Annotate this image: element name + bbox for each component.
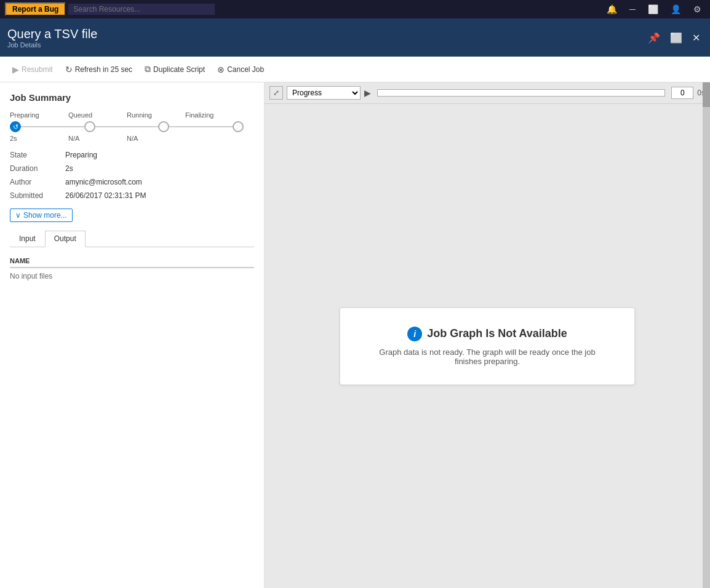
column-name: NAME bbox=[10, 255, 254, 268]
stage-dot-preparing: ↺ bbox=[10, 121, 21, 132]
stage-times: 2s N/A N/A bbox=[10, 135, 244, 142]
author-value: amynic@microsoft.com bbox=[65, 178, 254, 186]
panel-controls: 📌 ⬜ ✕ bbox=[645, 30, 703, 46]
left-panel: Job Summary Preparing Queued Running Fin… bbox=[0, 82, 265, 588]
stage-time-running: N/A bbox=[127, 135, 185, 142]
right-scrollbar[interactable] bbox=[703, 82, 710, 588]
stage-label-queued: Queued bbox=[68, 111, 127, 119]
notifications-icon[interactable]: 🔔 bbox=[603, 3, 621, 15]
stage-line-1 bbox=[21, 126, 84, 127]
graph-toolbar: ⤢ Progress Data Read Data Written ▶ 0 0s bbox=[265, 82, 710, 104]
graph-unavailable-title: i Job Graph Is Not Available bbox=[365, 327, 610, 341]
cancel-icon: ⊗ bbox=[217, 65, 225, 74]
state-value: Preparing bbox=[65, 151, 254, 159]
panel-title-area: Query a TSV file Job Details bbox=[7, 27, 97, 49]
state-key: State bbox=[10, 151, 65, 159]
resubmit-button[interactable]: ▶ Resubmit bbox=[7, 62, 58, 77]
duplicate-icon: ⧉ bbox=[145, 64, 151, 74]
stage-labels: Preparing Queued Running Finalizing bbox=[10, 111, 244, 119]
tab-output[interactable]: Output bbox=[45, 231, 86, 247]
report-bug-button[interactable]: Report a Bug bbox=[5, 2, 66, 16]
stage-label-running: Running bbox=[127, 111, 185, 119]
tab-input[interactable]: Input bbox=[10, 231, 45, 247]
stage-time-queued: N/A bbox=[68, 135, 127, 142]
stage-time-preparing: 2s bbox=[10, 135, 68, 142]
stage-label-preparing: Preparing bbox=[10, 111, 68, 119]
main-content: Job Summary Preparing Queued Running Fin… bbox=[0, 82, 710, 588]
refresh-icon: ↻ bbox=[65, 65, 73, 74]
progress-select[interactable]: Progress Data Read Data Written bbox=[287, 86, 361, 100]
graph-progress-bar bbox=[377, 89, 665, 97]
scrollbar-thumb[interactable] bbox=[703, 82, 710, 107]
restore-button[interactable]: ⬜ bbox=[668, 30, 685, 46]
progress-number: 0 bbox=[671, 87, 693, 99]
close-button[interactable]: ✕ bbox=[690, 30, 703, 46]
tabs: Input Output bbox=[10, 231, 254, 247]
graph-unavailable-card: i Job Graph Is Not Available Graph data … bbox=[340, 308, 635, 385]
no-files-cell: No input files bbox=[10, 268, 254, 284]
stage-line-3 bbox=[169, 126, 233, 127]
stage-line-2 bbox=[95, 126, 159, 127]
play-graph-button[interactable]: ▶ bbox=[364, 88, 371, 98]
stage-dot-finalizing bbox=[233, 121, 244, 132]
duration-key: Duration bbox=[10, 164, 65, 173]
panel-header: Query a TSV file Job Details 📌 ⬜ ✕ bbox=[0, 18, 710, 57]
stages-visual: ↺ bbox=[10, 121, 244, 132]
toolbar: ▶ Resubmit ↻ Refresh in 25 sec ⧉ Duplica… bbox=[0, 57, 710, 82]
cancel-job-button[interactable]: ⊗ Cancel Job bbox=[212, 62, 269, 77]
play-icon: ▶ bbox=[12, 65, 19, 74]
meta-grid: State Preparing Duration 2s Author amyni… bbox=[10, 151, 254, 200]
stage-dot-queued bbox=[84, 121, 95, 132]
minimize-icon[interactable]: ─ bbox=[626, 3, 639, 15]
stage-label-finalizing: Finalizing bbox=[185, 111, 244, 119]
duration-value: 2s bbox=[65, 164, 254, 173]
info-icon: i bbox=[407, 327, 422, 341]
right-panel: ⤢ Progress Data Read Data Written ▶ 0 0s… bbox=[265, 82, 710, 588]
author-key: Author bbox=[10, 178, 65, 186]
graph-unavailable-desc: Graph data is not ready. The graph will … bbox=[365, 348, 610, 366]
show-more-button[interactable]: ∨ Show more... bbox=[10, 209, 73, 222]
refresh-button[interactable]: ↻ Refresh in 25 sec bbox=[60, 62, 137, 77]
files-table: NAME No input files bbox=[10, 255, 254, 284]
account-icon[interactable]: 👤 bbox=[667, 3, 685, 15]
expand-graph-button[interactable]: ⤢ bbox=[269, 86, 283, 100]
submitted-key: Submitted bbox=[10, 191, 65, 200]
submitted-value: 26/06/2017 02:31:31 PM bbox=[65, 191, 254, 200]
expand-icon[interactable]: ⬜ bbox=[644, 3, 662, 15]
nav-icons: 🔔 ─ ⬜ 👤 ⚙ bbox=[603, 3, 705, 15]
panel-title: Query a TSV file bbox=[7, 27, 97, 41]
top-nav: Report a Bug 🔔 ─ ⬜ 👤 ⚙ bbox=[0, 0, 710, 18]
graph-area: i Job Graph Is Not Available Graph data … bbox=[265, 104, 710, 588]
search-input[interactable] bbox=[68, 4, 215, 15]
settings-icon[interactable]: ⚙ bbox=[690, 3, 705, 15]
stage-time-finalizing bbox=[185, 135, 244, 142]
pin-button[interactable]: 📌 bbox=[645, 30, 663, 46]
stage-dot-running bbox=[158, 121, 169, 132]
panel-subtitle: Job Details bbox=[7, 41, 97, 49]
job-summary-title: Job Summary bbox=[10, 92, 254, 103]
chevron-down-icon: ∨ bbox=[15, 211, 21, 220]
duplicate-script-button[interactable]: ⧉ Duplicate Script bbox=[140, 62, 210, 77]
table-row: No input files bbox=[10, 268, 254, 284]
